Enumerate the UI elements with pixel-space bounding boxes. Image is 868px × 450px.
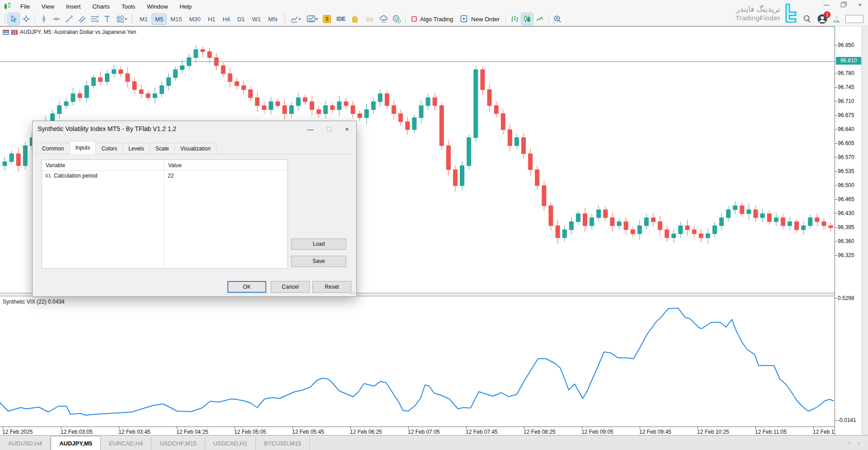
community-button[interactable] bbox=[391, 13, 402, 25]
vertical-line-tool-button[interactable] bbox=[38, 13, 50, 25]
level-indicator[interactable]: ↑ LVL bbox=[833, 15, 840, 23]
candlestick-mode-button[interactable] bbox=[521, 13, 533, 25]
dialog-tab-scale[interactable]: Scale bbox=[150, 143, 175, 154]
crosshair-tool-button[interactable] bbox=[20, 13, 32, 25]
horizontal-line-tool-button[interactable] bbox=[51, 13, 62, 25]
algo-trading-button[interactable]: Algo Trading bbox=[408, 14, 457, 24]
cursor-tool-button[interactable] bbox=[8, 13, 19, 25]
time-axis-label: 12 Feb 04:25 bbox=[176, 429, 208, 435]
table-row-value[interactable]: 22 bbox=[165, 171, 288, 181]
channel-tool-button[interactable] bbox=[76, 13, 88, 25]
line-chart-mode-button[interactable] bbox=[534, 13, 546, 25]
dialog-minimize-button[interactable]: — bbox=[307, 126, 313, 133]
time-axis-label: 12 Feb 11:05 bbox=[755, 429, 787, 435]
window-restore-button[interactable] bbox=[841, 3, 845, 7]
shapes-tool-button[interactable]: ▾ bbox=[114, 13, 129, 25]
dialog-maximize-button[interactable] bbox=[327, 127, 331, 131]
current-price-line bbox=[0, 61, 835, 62]
window-close-button[interactable]: × bbox=[856, 1, 863, 9]
price-axis-label: 96.360 bbox=[835, 238, 854, 244]
chart-tab-usdchf-m15[interactable]: USDCHF,M15 bbox=[151, 437, 205, 450]
currency-button[interactable]: $ bbox=[321, 13, 333, 25]
ide-button[interactable]: IDE bbox=[334, 13, 348, 25]
timeframe-w1[interactable]: W1 bbox=[249, 14, 264, 24]
signals-button[interactable]: ((o)) bbox=[362, 13, 377, 25]
text-tool-button[interactable] bbox=[101, 13, 113, 25]
cancel-button[interactable]: Cancel bbox=[271, 281, 310, 293]
timeframe-mn[interactable]: MN bbox=[265, 14, 280, 24]
polyline-chart-icon bbox=[290, 15, 298, 23]
tab-scroll-nav: ‹› bbox=[849, 439, 868, 450]
menu-item-tools[interactable]: Tools bbox=[116, 1, 141, 12]
dialog-tab-common[interactable]: Common bbox=[36, 143, 70, 154]
ok-button[interactable]: OK bbox=[227, 281, 266, 293]
timeframe-d1[interactable]: D1 bbox=[234, 14, 248, 24]
chart-tab-audjpy-m5[interactable]: AUDJPY,M5 bbox=[51, 436, 101, 450]
timeframe-h1[interactable]: H1 bbox=[205, 14, 219, 24]
profile-button[interactable]: 1 bbox=[817, 14, 828, 24]
channel-icon bbox=[78, 15, 86, 23]
dialog-tab-strip: CommonInputsColorsLevelsScaleVisualizati… bbox=[36, 142, 216, 154]
shapes-icon bbox=[116, 15, 124, 23]
dialog-tab-colors[interactable]: Colors bbox=[95, 143, 123, 154]
progress-bar bbox=[845, 15, 863, 23]
trendline-tool-button[interactable] bbox=[63, 13, 75, 25]
timeframe-m30[interactable]: M30 bbox=[186, 14, 203, 24]
vix-line-plot bbox=[0, 296, 835, 427]
timeframe-m5[interactable]: M5 bbox=[152, 14, 166, 24]
menu-item-help[interactable]: Help bbox=[174, 1, 198, 12]
time-axis-label: 12 Feb 05:05 bbox=[234, 429, 266, 435]
time-axis-label: 12 Feb 10:25 bbox=[697, 429, 729, 435]
save-button[interactable]: Save bbox=[291, 256, 346, 267]
menu-item-file[interactable]: File bbox=[14, 1, 36, 12]
time-axis[interactable]: 12 Feb 202512 Feb 03:0512 Feb 03:4512 Fe… bbox=[0, 427, 835, 435]
variable-name: Calculation period bbox=[54, 171, 97, 181]
text-tool-icon bbox=[103, 15, 111, 23]
price-axis-label: 96.710 bbox=[835, 98, 854, 104]
chart-tab-btcusd-m15[interactable]: BTCUSD,M15 bbox=[256, 437, 310, 450]
fibonacci-tool-button[interactable] bbox=[89, 13, 100, 25]
price-axis[interactable]: 96.810 0.5298 -0.0141 96.85096.78096.745… bbox=[835, 26, 862, 435]
market-store-button[interactable] bbox=[349, 13, 361, 25]
new-order-button[interactable]: New Order bbox=[457, 14, 503, 24]
search-icon[interactable] bbox=[802, 14, 811, 23]
time-axis-label: 12 Feb 03:05 bbox=[61, 429, 93, 435]
menu-item-charts[interactable]: Charts bbox=[86, 1, 115, 12]
menu-items: FileViewInsertChartsToolsWindowHelp bbox=[14, 2, 198, 10]
dialog-tab-visualization[interactable]: Visualization bbox=[175, 143, 217, 154]
chart-objects-button[interactable]: ▾ bbox=[288, 13, 303, 25]
timeframe-m15[interactable]: M15 bbox=[167, 14, 185, 24]
zoom-in-button[interactable] bbox=[552, 13, 563, 25]
price-axis-label: 96.395 bbox=[835, 224, 854, 230]
load-button[interactable]: Load bbox=[291, 239, 346, 250]
vix-axis-min-label: -0.0141 bbox=[835, 417, 856, 423]
price-axis-label: 96.430 bbox=[835, 210, 854, 216]
toolbar-drag-handle[interactable] bbox=[4, 14, 6, 23]
inputs-table[interactable]: Variable 01Calculation period Value 22 bbox=[42, 159, 288, 269]
cloud-button[interactable] bbox=[378, 13, 390, 25]
dialog-tab-inputs[interactable]: Inputs bbox=[70, 141, 96, 154]
zoom-in-icon bbox=[553, 15, 562, 23]
chart-tab-eurcad-h4[interactable]: EURCAD,H4 bbox=[101, 437, 151, 450]
dialog-tab-levels[interactable]: Levels bbox=[123, 143, 150, 154]
chart-tab-usdcad-h1[interactable]: USDCAD,H1 bbox=[205, 437, 256, 450]
menu-item-insert[interactable]: Insert bbox=[60, 1, 87, 12]
dialog-resize-grip[interactable] bbox=[350, 291, 355, 295]
toolbar-separator bbox=[405, 14, 406, 23]
window-minimize-button[interactable]: — bbox=[823, 1, 830, 9]
indicators-button[interactable]: ▾ bbox=[304, 13, 320, 25]
dialog-title: Synthetic Volatility Index MT5 - By TFla… bbox=[38, 125, 176, 132]
timeframe-m1[interactable]: M1 bbox=[137, 14, 151, 24]
dialog-close-button[interactable]: × bbox=[345, 125, 349, 133]
indicator-pane[interactable]: Synthetic VIX (22) 0.0434 bbox=[0, 296, 835, 427]
table-row-variable[interactable]: 01Calculation period bbox=[42, 171, 164, 181]
bar-chart-mode-button[interactable] bbox=[509, 13, 520, 25]
reset-button[interactable]: Reset bbox=[312, 281, 351, 293]
menu-item-window[interactable]: Window bbox=[141, 1, 174, 12]
crosshair-icon bbox=[22, 15, 30, 23]
timeframe-h4[interactable]: H4 bbox=[219, 14, 233, 24]
tab-scroll-left-icon[interactable]: ‹ bbox=[849, 439, 851, 446]
menu-item-view[interactable]: View bbox=[36, 1, 60, 12]
chart-tab-audusd-h4[interactable]: AUDUSD,H4 bbox=[0, 437, 51, 450]
tab-scroll-right-icon[interactable]: › bbox=[858, 439, 860, 446]
